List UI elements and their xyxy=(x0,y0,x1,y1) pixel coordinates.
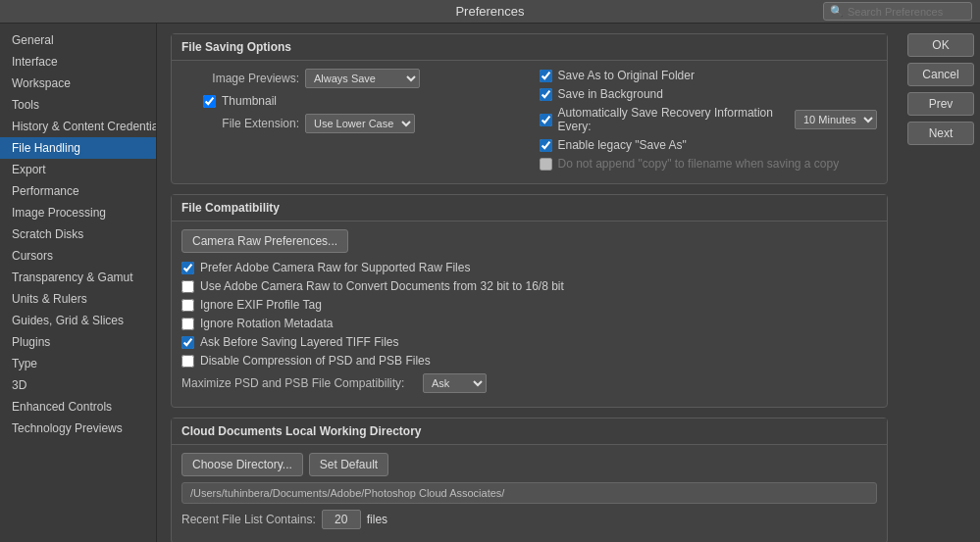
save-in-background-label: Save in Background xyxy=(558,87,663,101)
action-buttons-panel: OK Cancel Prev Next xyxy=(902,24,980,542)
thumbnail-label: Thumbnail xyxy=(222,94,277,108)
ask-layered-tiff-checkbox[interactable] xyxy=(181,336,194,349)
file-extension-row: File Extension: Use Lower CaseUse Upper … xyxy=(181,114,520,133)
recent-file-list-label: Recent File List Contains: xyxy=(181,513,316,526)
maximize-psd-select[interactable]: AskAlwaysNever xyxy=(423,373,487,393)
file-saving-body: Image Previews: Always SaveNever SaveAsk… xyxy=(172,61,887,183)
file-extension-label: File Extension: xyxy=(181,117,299,130)
sidebar-item-technology-previews[interactable]: Technology Previews xyxy=(0,418,156,439)
sidebar-item-history-content[interactable]: History & Content Credentials xyxy=(0,116,156,137)
file-saving-columns: Image Previews: Always SaveNever SaveAsk… xyxy=(181,69,877,175)
do-not-append-copy-label: Do not append "copy" to filename when sa… xyxy=(558,157,840,171)
file-compatibility-title: File Compatibility xyxy=(172,195,887,222)
ask-layered-tiff-label: Ask Before Saving Layered TIFF Files xyxy=(200,335,399,349)
search-icon: 🔍 xyxy=(830,5,844,18)
cloud-documents-panel: Cloud Documents Local Working Directory … xyxy=(171,418,888,542)
title-bar: Preferences 🔍 xyxy=(0,0,980,24)
cloud-documents-body: Choose Directory... Set Default /Users/t… xyxy=(172,445,887,542)
sidebar-item-cursors[interactable]: Cursors xyxy=(0,245,156,267)
sidebar-item-guides-grid-slices[interactable]: Guides, Grid & Slices xyxy=(0,310,156,331)
disable-compression-checkbox[interactable] xyxy=(181,355,194,368)
ignore-rotation-label: Ignore Rotation Metadata xyxy=(200,317,333,330)
ask-layered-tiff-row: Ask Before Saving Layered TIFF Files xyxy=(181,335,877,349)
disable-compression-label: Disable Compression of PSD and PSB Files xyxy=(200,354,431,368)
ignore-rotation-row: Ignore Rotation Metadata xyxy=(181,317,877,330)
sidebar-item-transparency-gamut[interactable]: Transparency & Gamut xyxy=(0,267,156,288)
enable-legacy-save-checkbox[interactable] xyxy=(540,139,552,152)
thumbnail-row: Thumbnail xyxy=(181,94,520,108)
file-extension-select[interactable]: Use Lower CaseUse Upper Case xyxy=(305,114,415,133)
auto-save-recovery-row: Automatically Save Recovery Information … xyxy=(540,106,878,133)
file-compatibility-panel: File Compatibility Camera Raw Preference… xyxy=(171,194,888,408)
ignore-exif-label: Ignore EXIF Profile Tag xyxy=(200,298,322,312)
sidebar: GeneralInterfaceWorkspaceToolsHistory & … xyxy=(0,24,157,542)
next-button[interactable]: Next xyxy=(907,122,974,145)
sidebar-item-tools[interactable]: Tools xyxy=(0,94,156,116)
sidebar-item-enhanced-controls[interactable]: Enhanced Controls xyxy=(0,396,156,418)
prefer-adobe-raw-checkbox[interactable] xyxy=(181,262,194,274)
use-adobe-raw-row: Use Adobe Camera Raw to Convert Document… xyxy=(181,279,877,293)
main-layout: GeneralInterfaceWorkspaceToolsHistory & … xyxy=(0,24,980,542)
file-compatibility-body: Camera Raw Preferences... Prefer Adobe C… xyxy=(172,222,887,407)
disable-compression-row: Disable Compression of PSD and PSB Files xyxy=(181,354,877,368)
do-not-append-copy-row: Do not append "copy" to filename when sa… xyxy=(540,157,878,171)
ignore-exif-checkbox[interactable] xyxy=(181,299,194,312)
auto-save-recovery-checkbox[interactable] xyxy=(540,114,552,126)
image-previews-label: Image Previews: xyxy=(181,72,299,85)
prefer-adobe-raw-row: Prefer Adobe Camera Raw for Supported Ra… xyxy=(181,261,877,274)
enable-legacy-save-label: Enable legacy "Save As" xyxy=(558,138,687,152)
ignore-exif-row: Ignore EXIF Profile Tag xyxy=(181,298,877,312)
content-area: File Saving Options Image Previews: Alwa… xyxy=(157,24,902,542)
recent-file-list-suffix: files xyxy=(367,513,387,526)
maximize-psd-label: Maximize PSD and PSB File Compatibility: xyxy=(181,376,417,390)
use-adobe-raw-checkbox[interactable] xyxy=(181,280,194,293)
prefer-adobe-raw-label: Prefer Adobe Camera Raw for Supported Ra… xyxy=(200,261,470,274)
file-saving-options-panel: File Saving Options Image Previews: Alwa… xyxy=(171,33,888,184)
sidebar-item-performance[interactable]: Performance xyxy=(0,180,156,202)
auto-save-interval-select[interactable]: 1 Minute5 Minutes10 Minutes15 Minutes30 … xyxy=(795,110,877,129)
use-adobe-raw-label: Use Adobe Camera Raw to Convert Document… xyxy=(200,279,564,293)
cloud-dir-buttons-row: Choose Directory... Set Default xyxy=(181,453,877,476)
ignore-rotation-checkbox[interactable] xyxy=(181,318,194,330)
file-saving-left: Image Previews: Always SaveNever SaveAsk… xyxy=(181,69,520,175)
sidebar-item-file-handling[interactable]: File Handling xyxy=(0,137,156,159)
sidebar-item-plugins[interactable]: Plugins xyxy=(0,331,156,353)
camera-raw-preferences-button[interactable]: Camera Raw Preferences... xyxy=(181,229,348,253)
window-title: Preferences xyxy=(455,4,524,19)
cloud-documents-title: Cloud Documents Local Working Directory xyxy=(172,419,887,445)
sidebar-item-scratch-disks[interactable]: Scratch Disks xyxy=(0,223,156,245)
auto-save-recovery-label: Automatically Save Recovery Information … xyxy=(558,106,790,133)
file-saving-title: File Saving Options xyxy=(172,34,887,61)
recent-file-list-input[interactable] xyxy=(322,510,361,529)
set-default-button[interactable]: Set Default xyxy=(309,453,388,476)
search-box[interactable]: 🔍 xyxy=(823,2,972,21)
directory-path: /Users/tuhinbera/Documents/Adobe/Photosh… xyxy=(181,482,877,504)
sidebar-item-units-rulers[interactable]: Units & Rulers xyxy=(0,288,156,310)
choose-directory-button[interactable]: Choose Directory... xyxy=(181,453,303,476)
sidebar-item-3d[interactable]: 3D xyxy=(0,374,156,396)
do-not-append-copy-checkbox[interactable] xyxy=(540,158,552,171)
save-in-background-checkbox[interactable] xyxy=(540,88,552,101)
cancel-button[interactable]: Cancel xyxy=(907,63,974,86)
sidebar-item-image-processing[interactable]: Image Processing xyxy=(0,202,156,223)
search-input[interactable] xyxy=(848,6,965,18)
sidebar-item-interface[interactable]: Interface xyxy=(0,51,156,73)
image-previews-select[interactable]: Always SaveNever SaveAsk When Saving xyxy=(305,69,420,88)
camera-raw-btn-row: Camera Raw Preferences... xyxy=(181,229,877,253)
ok-button[interactable]: OK xyxy=(907,33,974,57)
maximize-psd-row: Maximize PSD and PSB File Compatibility:… xyxy=(181,373,877,393)
enable-legacy-save-row: Enable legacy "Save As" xyxy=(540,138,878,152)
save-as-original-row: Save As to Original Folder xyxy=(540,69,878,82)
sidebar-item-workspace[interactable]: Workspace xyxy=(0,73,156,94)
file-saving-right: Save As to Original Folder Save in Backg… xyxy=(540,69,878,175)
sidebar-item-general[interactable]: General xyxy=(0,29,156,51)
sidebar-item-type[interactable]: Type xyxy=(0,353,156,374)
image-previews-row: Image Previews: Always SaveNever SaveAsk… xyxy=(181,69,520,88)
recent-file-list-row: Recent File List Contains: files xyxy=(181,510,877,529)
thumbnail-checkbox[interactable] xyxy=(203,95,216,108)
prev-button[interactable]: Prev xyxy=(907,92,974,116)
save-as-original-label: Save As to Original Folder xyxy=(558,69,695,82)
save-in-background-row: Save in Background xyxy=(540,87,878,101)
sidebar-item-export[interactable]: Export xyxy=(0,159,156,180)
save-as-original-checkbox[interactable] xyxy=(540,70,552,82)
